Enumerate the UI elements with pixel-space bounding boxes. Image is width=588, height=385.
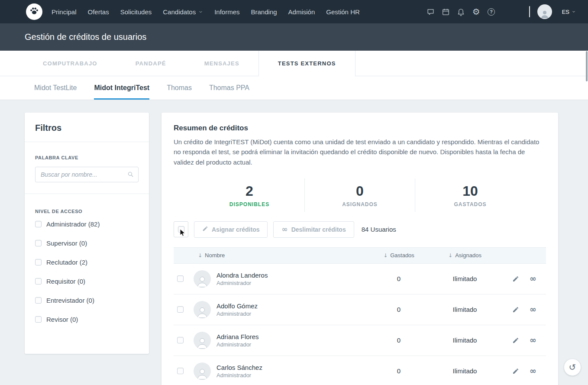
user-info: Alondra Landeros Administrador	[216, 272, 268, 286]
sort-desc-icon: ↓	[448, 252, 452, 259]
history-icon: ↺	[569, 362, 576, 372]
sort-desc-icon: ↓	[383, 252, 388, 259]
chat-icon[interactable]	[426, 7, 435, 16]
tab[interactable]: COMPUTRABAJO	[24, 51, 116, 76]
search-field	[35, 167, 139, 182]
keyword-label: PALABRA CLAVE	[35, 155, 139, 160]
stat-block: 2 DISPONIBLES	[194, 178, 304, 212]
bell-icon[interactable]	[457, 7, 465, 16]
infinity-icon: ∞	[281, 226, 288, 233]
nav-item[interactable]: Solicitudes	[115, 0, 158, 23]
language-selector[interactable]: ES	[562, 9, 576, 15]
nav-item[interactable]: Gestión HR	[320, 0, 365, 23]
unlimit-credits-icon[interactable]: ∞	[530, 305, 536, 314]
row-checkbox[interactable]	[177, 337, 184, 343]
user-cell: Adolfo Gómez Administrador	[194, 301, 371, 318]
subtab[interactable]: Midot TestLite	[34, 76, 77, 100]
nav-item[interactable]: Branding	[246, 0, 283, 23]
search-input[interactable]	[35, 167, 139, 182]
subtab[interactable]: Thomas	[167, 76, 192, 100]
scrollbar-thumb[interactable]	[586, 51, 588, 81]
calendar-icon[interactable]	[442, 7, 450, 16]
row-checkbox[interactable]	[177, 275, 184, 282]
row-actions: ∞	[503, 275, 546, 283]
nav-item-label: Gestión HR	[326, 8, 360, 16]
page-header: Gestión de créditos de usuarios	[0, 23, 588, 51]
nav-item[interactable]: Informes	[209, 0, 245, 23]
edit-credits-icon[interactable]	[512, 275, 519, 282]
select-all-checkbox[interactable]	[178, 226, 184, 233]
checkbox[interactable]	[35, 297, 42, 304]
paw-icon	[29, 6, 39, 18]
filter-option[interactable]: Administrador (82)	[35, 220, 139, 228]
stat-value: 2	[194, 184, 304, 199]
select-all-box[interactable]	[174, 221, 188, 237]
unlimit-credits-button[interactable]: ∞ Deslimitar créditos	[273, 221, 354, 238]
assigned-cell: Ilimitado	[427, 306, 503, 313]
navbar-divider	[529, 6, 530, 17]
subtab-label: Midot IntegriTest	[94, 84, 149, 92]
checkbox[interactable]	[35, 316, 42, 323]
subtab[interactable]: Thomas PPA	[209, 76, 249, 100]
nav-item[interactable]: Candidatos	[157, 0, 209, 23]
nav-item[interactable]: Principal	[46, 0, 82, 23]
gear-icon[interactable]: ⚙	[472, 7, 481, 16]
filter-option[interactable]: Revisor (0)	[35, 316, 139, 323]
sort-header-assigned[interactable]: ↓ Asignados	[427, 252, 503, 259]
user-name: Adriana Flores	[216, 333, 259, 340]
edit-icon	[202, 226, 208, 233]
user-avatar	[194, 301, 211, 318]
tab[interactable]: PANDAPÉ	[116, 51, 185, 76]
chevron-down-icon	[198, 10, 203, 14]
spent-cell: 0	[371, 306, 427, 313]
tab-label: PANDAPÉ	[136, 60, 166, 67]
row-actions: ∞	[503, 305, 546, 314]
checkbox[interactable]	[35, 278, 42, 285]
nav-item[interactable]: Admisión	[283, 0, 321, 23]
user-avatar	[194, 332, 211, 349]
assign-credits-button[interactable]: Asignar créditos	[194, 221, 268, 238]
subtab[interactable]: Midot IntegriTest	[94, 76, 149, 100]
edit-credits-icon[interactable]	[512, 337, 519, 344]
filter-option[interactable]: Entrevistador (0)	[35, 297, 139, 304]
user-avatar[interactable]	[537, 4, 552, 19]
user-role: Administrador	[216, 311, 258, 317]
users-table: ↓ Nombre ↓ Gastados ↓ Asignados	[174, 247, 546, 385]
users-count: 84 Usuarios	[362, 226, 396, 233]
filter-option-label: Entrevistador (0)	[46, 297, 94, 304]
unlimit-credits-icon[interactable]: ∞	[530, 336, 536, 344]
edit-credits-icon[interactable]	[512, 306, 519, 313]
filters-panel: Filtros PALABRA CLAVE NIVEL DE ACCESO Ad…	[25, 113, 149, 354]
checkbox[interactable]	[35, 259, 42, 265]
filter-option-label: Requisitor (0)	[46, 278, 85, 285]
access-level-section: NIVEL DE ACCESO Administrador (82) Super…	[25, 194, 149, 346]
sort-header-name[interactable]: ↓ Nombre	[194, 252, 371, 259]
user-cell: Carlos Sánchez Administrador	[194, 362, 371, 380]
unlimit-credits-icon[interactable]: ∞	[530, 275, 536, 283]
checkbox[interactable]	[35, 221, 42, 227]
row-checkbox[interactable]	[177, 306, 184, 313]
filter-option[interactable]: Requisitor (0)	[35, 278, 139, 285]
filter-option[interactable]: Reclutador (2)	[35, 259, 139, 266]
nav-item[interactable]: Ofertas	[82, 0, 115, 23]
spent-cell: 0	[371, 367, 427, 375]
row-checkbox-cell	[174, 368, 194, 374]
app-logo[interactable]	[26, 3, 42, 20]
tab[interactable]: TESTS EXTERNOS	[258, 51, 355, 76]
row-checkbox[interactable]	[177, 368, 184, 374]
filter-option[interactable]: Supervisor (0)	[35, 239, 139, 247]
unlimit-credits-icon[interactable]: ∞	[530, 367, 536, 375]
help-icon[interactable]: ?	[487, 7, 496, 16]
history-button[interactable]: ↺	[564, 359, 581, 376]
top-navbar: Principal Ofertas Solicitudes Candidatos…	[0, 0, 588, 23]
checkbox[interactable]	[35, 240, 42, 246]
tab[interactable]: MENSAJES	[185, 51, 258, 76]
main-menu: Principal Ofertas Solicitudes Candidatos…	[46, 0, 365, 23]
filter-option-label: Reclutador (2)	[46, 259, 87, 266]
access-level-options: Administrador (82) Supervisor (0) Reclut…	[35, 220, 139, 323]
filter-option-label: Supervisor (0)	[46, 239, 87, 247]
edit-credits-icon[interactable]	[512, 368, 519, 375]
sort-header-spent[interactable]: ↓ Gastados	[371, 252, 427, 259]
keyword-section: PALABRA CLAVE	[25, 142, 149, 194]
header-name-label: Nombre	[205, 252, 225, 259]
